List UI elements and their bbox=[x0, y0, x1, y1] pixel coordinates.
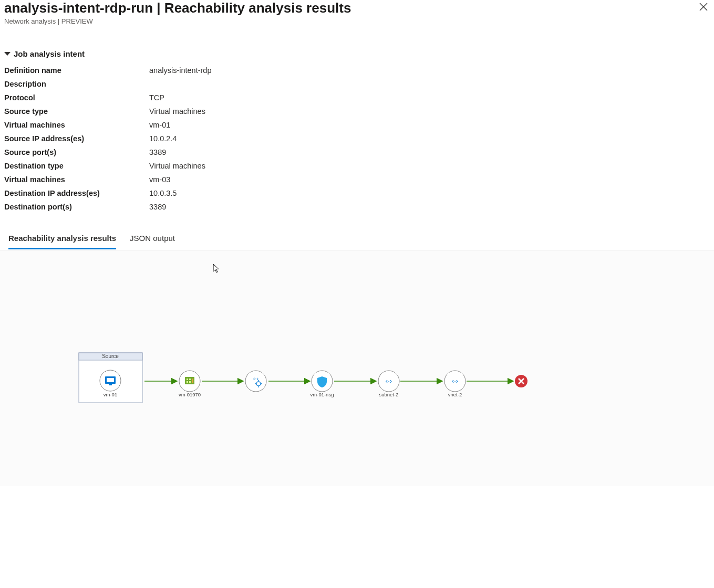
svg-rect-7 bbox=[189, 379, 191, 380]
property-label: Protocol bbox=[4, 93, 149, 102]
property-value: Virtual machines bbox=[149, 162, 205, 170]
svg-rect-6 bbox=[187, 379, 188, 380]
property-label: Definition name bbox=[4, 66, 149, 75]
node-label: vm-01 bbox=[104, 392, 117, 397]
close-icon[interactable] bbox=[697, 0, 710, 15]
property-label: Destination type bbox=[4, 162, 149, 170]
property-label: Source type bbox=[4, 107, 149, 116]
property-row: Virtual machinesvm-01 bbox=[4, 118, 710, 132]
tab-reachability-results[interactable]: Reachability analysis results bbox=[8, 234, 116, 249]
svg-rect-10 bbox=[192, 379, 193, 383]
svg-rect-4 bbox=[109, 384, 112, 385]
property-row: Definition nameanalysis-intent-rdp bbox=[4, 64, 710, 77]
property-value: 3389 bbox=[149, 148, 166, 156]
property-label: Description bbox=[4, 80, 149, 88]
property-value: vm-03 bbox=[149, 175, 170, 184]
property-row: Source typeVirtual machines bbox=[4, 104, 710, 118]
property-value: 10.0.3.5 bbox=[149, 189, 177, 197]
property-row: Description bbox=[4, 77, 710, 91]
section-title: Job analysis intent bbox=[14, 49, 85, 58]
property-value: Virtual machines bbox=[149, 107, 205, 116]
page-subtitle: Network analysis | PREVIEW bbox=[4, 17, 351, 25]
node-label: vm-01970 bbox=[179, 392, 201, 397]
net-icon: ‹·› bbox=[386, 377, 392, 385]
nic-icon bbox=[185, 377, 194, 384]
property-label: Virtual machines bbox=[4, 121, 149, 129]
property-row: Source IP address(es)10.0.2.4 bbox=[4, 132, 710, 145]
svg-rect-9 bbox=[189, 381, 191, 383]
property-value: TCP bbox=[149, 93, 164, 102]
property-row: ProtocolTCP bbox=[4, 91, 710, 104]
node-label: vnet-2 bbox=[448, 392, 462, 397]
tabs-bar: Reachability analysis results JSON outpu… bbox=[0, 234, 714, 250]
node-label: subnet-2 bbox=[379, 392, 399, 397]
property-row: Destination IP address(es)10.0.3.5 bbox=[4, 186, 710, 200]
property-row: Destination typeVirtual machines bbox=[4, 159, 710, 173]
property-label: Source IP address(es) bbox=[4, 134, 149, 143]
property-label: Destination port(s) bbox=[4, 203, 149, 211]
page-title: analysis-intent-rdp-run | Reachability a… bbox=[4, 0, 351, 16]
property-row: Destination port(s)3389 bbox=[4, 200, 710, 214]
node-label: vm-01-nsg bbox=[311, 392, 334, 397]
svg-rect-3 bbox=[107, 378, 114, 382]
diagram-canvas[interactable]: Source vm-01 vm-01970 bbox=[0, 250, 714, 486]
property-value: analysis-intent-rdp bbox=[149, 66, 211, 75]
chevron-down-icon bbox=[4, 52, 11, 56]
property-label: Destination IP address(es) bbox=[4, 189, 149, 197]
net-icon: ‹·› bbox=[452, 377, 458, 385]
property-value: vm-01 bbox=[149, 121, 170, 129]
property-row: Virtual machinesvm-03 bbox=[4, 173, 710, 186]
property-label: Source port(s) bbox=[4, 148, 149, 156]
tab-json-output[interactable]: JSON output bbox=[130, 234, 175, 249]
property-label: Virtual machines bbox=[4, 175, 149, 184]
property-row: Source port(s)3389 bbox=[4, 145, 710, 159]
property-value: 10.0.2.4 bbox=[149, 134, 177, 143]
topology-diagram: Source vm-01 vm-01970 bbox=[0, 250, 627, 486]
section-toggle-job-analysis-intent[interactable]: Job analysis intent bbox=[4, 49, 710, 58]
svg-rect-8 bbox=[187, 381, 188, 383]
source-box-label: Source bbox=[102, 353, 119, 359]
property-value: 3389 bbox=[149, 203, 166, 211]
svg-text:‹·›: ‹·› bbox=[253, 375, 259, 382]
